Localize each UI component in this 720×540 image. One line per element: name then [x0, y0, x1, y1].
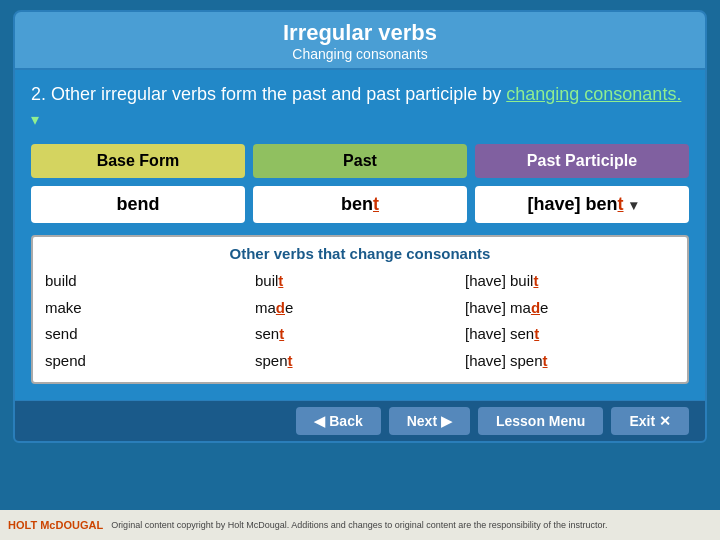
verb-col-base: build make send spend	[45, 268, 255, 374]
list-item: made	[255, 295, 465, 322]
intro-highlight: changing consonants.	[506, 84, 681, 104]
footer-logo: HOLT McDOUGAL	[8, 519, 103, 531]
footer-text: Original content copyright by Holt McDou…	[111, 520, 607, 530]
other-verbs-title: Other verbs that change consonants	[45, 245, 675, 262]
list-item: [have] made	[465, 295, 675, 322]
example-base: bend	[31, 186, 245, 223]
list-item: make	[45, 295, 255, 322]
title-sub: Changing consonants	[25, 46, 695, 62]
list-item: sent	[255, 321, 465, 348]
example-row: bend bent [have] bent ▾	[31, 186, 689, 223]
intro-text: 2. Other irregular verbs form the past a…	[31, 82, 689, 132]
intro-text-before: Other irregular verbs form the past and …	[51, 84, 506, 104]
footer-bar: HOLT McDOUGAL Original content copyright…	[0, 510, 720, 540]
example-participle: [have] bent ▾	[475, 186, 689, 223]
verb-col-participle: [have] built [have] made [have] sent [ha…	[465, 268, 675, 374]
title-box: Irregular verbs Changing consonants	[13, 10, 707, 70]
lesson-menu-button[interactable]: Lesson Menu	[478, 407, 603, 435]
past-participle-header: Past Participle	[475, 144, 689, 178]
participle-dropdown-arrow[interactable]: ▾	[630, 197, 637, 213]
exit-button[interactable]: Exit ✕	[611, 407, 689, 435]
list-item: [have] built	[465, 268, 675, 295]
list-item: built	[255, 268, 465, 295]
columns-header: Base Form Past Past Participle	[31, 144, 689, 178]
list-item: [have] sent	[465, 321, 675, 348]
intro-arrow[interactable]: ▾	[31, 111, 39, 128]
list-item: build	[45, 268, 255, 295]
bottom-bar: ◀ Back Next ▶ Lesson Menu Exit ✕	[13, 400, 707, 443]
content-box: 2. Other irregular verbs form the past a…	[13, 70, 707, 400]
verb-rows: build make send spend built made sent sp…	[45, 268, 675, 374]
main-container: Irregular verbs Changing consonants 2. O…	[13, 10, 707, 443]
verb-col-past: built made sent spent	[255, 268, 465, 374]
intro-number: 2.	[31, 84, 46, 104]
other-verbs-table: Other verbs that change consonants build…	[31, 235, 689, 384]
base-form-header: Base Form	[31, 144, 245, 178]
example-past: bent	[253, 186, 467, 223]
list-item: send	[45, 321, 255, 348]
past-header: Past	[253, 144, 467, 178]
back-button[interactable]: ◀ Back	[296, 407, 380, 435]
title-main: Irregular verbs	[25, 20, 695, 46]
list-item: spent	[255, 348, 465, 375]
list-item: [have] spent	[465, 348, 675, 375]
next-button[interactable]: Next ▶	[389, 407, 470, 435]
list-item: spend	[45, 348, 255, 375]
